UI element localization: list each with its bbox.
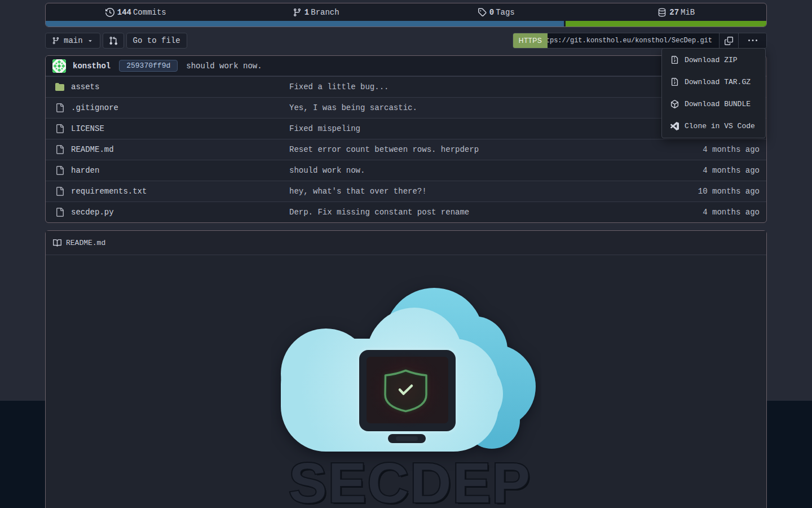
svg-text:SECDEP: SECDEP xyxy=(289,451,531,508)
